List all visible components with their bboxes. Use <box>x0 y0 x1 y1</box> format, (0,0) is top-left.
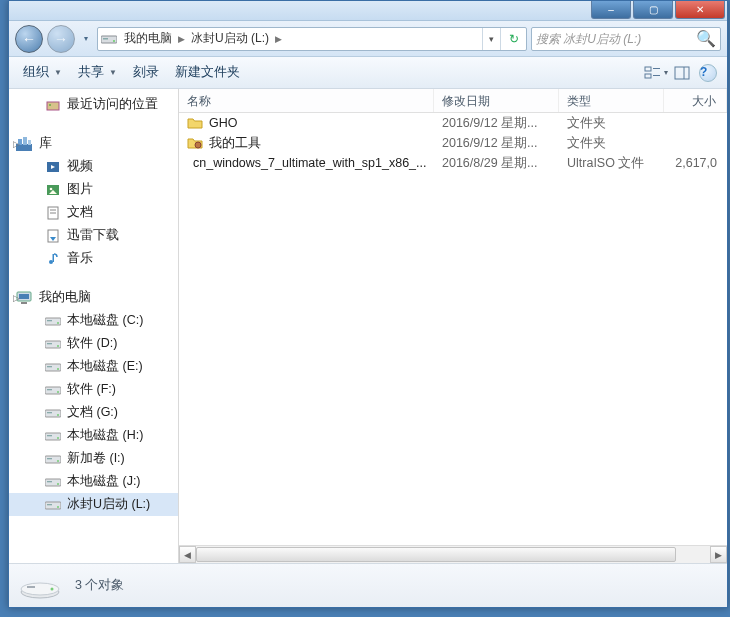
svg-rect-34 <box>47 343 52 344</box>
svg-rect-39 <box>45 387 61 394</box>
svg-rect-42 <box>45 410 61 417</box>
sidebar-item-drive[interactable]: 冰封U启动 (L:) <box>9 493 178 516</box>
sidebar-item-recent-places[interactable]: 最近访问的位置 <box>9 93 178 116</box>
file-row[interactable]: cn_windows_7_ultimate_with_sp1_x86_...20… <box>179 153 727 173</box>
svg-point-35 <box>57 345 59 347</box>
svg-rect-28 <box>19 294 29 299</box>
sidebar-item-drive[interactable]: 本地磁盘 (E:) <box>9 355 178 378</box>
sidebar-item-drive[interactable]: 文档 (G:) <box>9 401 178 424</box>
svg-rect-5 <box>645 74 651 78</box>
sidebar-item-label: 软件 (F:) <box>67 381 116 398</box>
library-icon <box>45 228 61 244</box>
drive-icon <box>45 315 61 327</box>
refresh-button[interactable]: ↻ <box>500 28 526 50</box>
sidebar-item-computer[interactable]: ▷ 我的电脑 <box>9 286 178 309</box>
close-button[interactable]: ✕ <box>675 1 725 19</box>
file-size: 2,617,0 <box>664 156 727 170</box>
sidebar-item-label: 图片 <box>67 181 93 198</box>
recent-places-icon <box>45 98 61 112</box>
file-list[interactable]: GHO2016/9/12 星期...文件夹我的工具2016/9/12 星期...… <box>179 113 727 545</box>
collapse-icon[interactable]: ▷ <box>13 293 20 303</box>
sidebar-item-library[interactable]: 迅雷下载 <box>9 224 178 247</box>
svg-point-18 <box>50 187 53 190</box>
sidebar-item-label: 最近访问的位置 <box>67 96 158 113</box>
sidebar-item-library[interactable]: 视频 <box>9 155 178 178</box>
sidebar-item-library[interactable]: 图片 <box>9 178 178 201</box>
navigation-pane[interactable]: 最近访问的位置 ▷ 库 视频图片文档迅雷下载音乐 ▷ 我的电脑 本地磁盘 (C:… <box>9 89 179 563</box>
svg-rect-51 <box>45 479 61 486</box>
content-area: 最近访问的位置 ▷ 库 视频图片文档迅雷下载音乐 ▷ 我的电脑 本地磁盘 (C:… <box>9 89 727 563</box>
organize-button[interactable]: 组织▼ <box>15 60 70 85</box>
scroll-thumb[interactable] <box>196 547 676 562</box>
search-box[interactable]: 🔍 <box>531 27 721 51</box>
file-list-pane: 名称 修改日期 类型 大小 GHO2016/9/12 星期...文件夹我的工具2… <box>179 89 727 563</box>
sidebar-item-drive[interactable]: 新加卷 (I:) <box>9 447 178 470</box>
svg-rect-45 <box>45 433 61 440</box>
folder-tools-icon <box>187 135 203 151</box>
sidebar-item-label: 文档 (G:) <box>67 404 118 421</box>
file-name: cn_windows_7_ultimate_with_sp1_x86_... <box>193 156 426 170</box>
sidebar-item-library[interactable]: 音乐 <box>9 247 178 270</box>
chevron-right-icon[interactable]: ▶ <box>176 34 187 44</box>
burn-button[interactable]: 刻录 <box>125 60 167 85</box>
column-header-size[interactable]: 大小 <box>664 89 727 112</box>
svg-rect-36 <box>45 364 61 371</box>
scroll-left-button[interactable]: ◀ <box>179 546 196 563</box>
view-options-button[interactable]: ▾ <box>643 62 669 84</box>
column-header-type[interactable]: 类型 <box>559 89 664 112</box>
library-icon <box>45 251 61 267</box>
minimize-button[interactable]: – <box>591 1 631 19</box>
status-bar: 3 个对象 <box>9 563 727 607</box>
forward-button[interactable]: → <box>47 25 75 53</box>
breadcrumb-drive[interactable]: 冰封U启动 (L:) <box>187 28 273 50</box>
sidebar-item-drive[interactable]: 软件 (F:) <box>9 378 178 401</box>
horizontal-scrollbar[interactable]: ◀ ▶ <box>179 545 727 563</box>
nav-bar: ← → ▾ 我的电脑 ▶ 冰封U启动 (L:) ▶ ▾ ↻ 🔍 <box>9 21 727 57</box>
sidebar-item-drive[interactable]: 本地磁盘 (H:) <box>9 424 178 447</box>
help-button[interactable]: ? <box>695 62 721 84</box>
sidebar-item-library[interactable]: 文档 <box>9 201 178 224</box>
sidebar-item-drive[interactable]: 本地磁盘 (C:) <box>9 309 178 332</box>
column-header-name[interactable]: 名称 <box>179 89 434 112</box>
address-dropdown[interactable]: ▾ <box>482 28 500 50</box>
file-type: 文件夹 <box>559 115 664 132</box>
share-button[interactable]: 共享▼ <box>70 60 125 85</box>
svg-rect-4 <box>653 68 660 69</box>
sidebar-item-label: 迅雷下载 <box>67 227 119 244</box>
preview-pane-button[interactable] <box>669 62 695 84</box>
chevron-down-icon: ▼ <box>109 68 117 77</box>
svg-rect-26 <box>53 254 55 262</box>
explorer-window: – ▢ ✕ ← → ▾ 我的电脑 ▶ 冰封U启动 (L:) ▶ ▾ ↻ 🔍 组织… <box>8 0 728 608</box>
breadcrumb-computer[interactable]: 我的电脑 <box>120 28 176 50</box>
svg-point-44 <box>57 414 59 416</box>
expand-icon[interactable]: ▷ <box>13 139 20 149</box>
maximize-button[interactable]: ▢ <box>633 1 673 19</box>
svg-rect-14 <box>28 140 31 145</box>
svg-point-25 <box>49 260 53 264</box>
search-input[interactable] <box>536 32 692 46</box>
address-bar[interactable]: 我的电脑 ▶ 冰封U启动 (L:) ▶ ▾ ↻ <box>97 27 527 51</box>
svg-rect-46 <box>47 435 52 436</box>
back-button[interactable]: ← <box>15 25 43 53</box>
svg-rect-49 <box>47 458 52 459</box>
scroll-right-button[interactable]: ▶ <box>710 546 727 563</box>
svg-point-2 <box>113 40 115 42</box>
sidebar-item-libraries[interactable]: ▷ 库 <box>9 132 178 155</box>
svg-point-50 <box>57 460 59 462</box>
svg-point-41 <box>57 391 59 393</box>
history-dropdown[interactable]: ▾ <box>79 25 93 53</box>
svg-rect-62 <box>27 586 35 588</box>
column-headers: 名称 修改日期 类型 大小 <box>179 89 727 113</box>
column-header-date[interactable]: 修改日期 <box>434 89 559 112</box>
sidebar-item-label: 视频 <box>67 158 93 175</box>
chevron-right-icon[interactable]: ▶ <box>273 34 284 44</box>
chevron-down-icon: ▾ <box>664 68 668 77</box>
sidebar-item-drive[interactable]: 本地磁盘 (J:) <box>9 470 178 493</box>
drive-icon <box>45 338 61 350</box>
sidebar-item-drive[interactable]: 软件 (D:) <box>9 332 178 355</box>
new-folder-button[interactable]: 新建文件夹 <box>167 60 248 85</box>
file-date: 2016/9/12 星期... <box>434 135 559 152</box>
file-row[interactable]: 我的工具2016/9/12 星期...文件夹 <box>179 133 727 153</box>
file-row[interactable]: GHO2016/9/12 星期...文件夹 <box>179 113 727 133</box>
file-name: 我的工具 <box>209 135 261 152</box>
